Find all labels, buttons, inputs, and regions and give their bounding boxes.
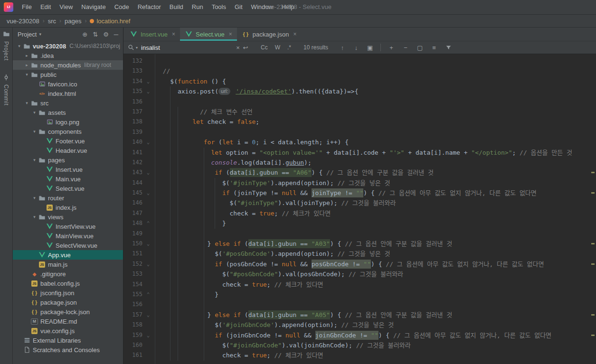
code-line-152[interactable]: if (posGbnCode != null && posGbnCode != … <box>155 259 590 269</box>
fold-end-icon[interactable]: ⌃ <box>142 289 154 299</box>
close-tab-icon[interactable]: × <box>229 31 232 37</box>
code-line-144[interactable]: $('#joinType').append(option); // 그것을 넣은… <box>155 178 590 188</box>
tree-item-mainview-vue[interactable]: MainView.vue <box>13 231 123 241</box>
code-line-159[interactable]: if (joinGbnCode != null && joinGbnCode !… <box>155 330 590 340</box>
tab-package-json[interactable]: { }package.json× <box>237 28 302 41</box>
code-line-132[interactable] <box>155 56 590 66</box>
fold-collapse-icon[interactable]: ⌄ <box>142 188 154 198</box>
regex-toggle[interactable]: .* <box>287 44 291 51</box>
code-line-140[interactable]: for (let i = 0; i < data.length; i++) { <box>155 137 590 147</box>
code-line-148[interactable]: } <box>155 218 590 228</box>
fold-collapse-icon[interactable]: ⌄ <box>142 239 154 249</box>
search-options-icon[interactable]: ≡ <box>430 44 438 51</box>
code-line-145[interactable]: if (joinType != null && joinType != "") … <box>155 188 590 198</box>
fold-collapse-icon[interactable]: ⌄ <box>142 76 154 86</box>
select-all-occurrences-icon[interactable]: ▢ <box>416 44 424 51</box>
chevron-expanded-icon[interactable]: ▾ <box>31 110 38 115</box>
tree-item-insertview-vue[interactable]: InsertView.vue <box>13 222 123 231</box>
code-line-151[interactable]: $('#posGbnCode').append(option); // 그것을 … <box>155 249 590 259</box>
next-match-icon[interactable]: ↓ <box>352 44 360 51</box>
chevron-expanded-icon[interactable]: ▾ <box>23 72 30 77</box>
code-line-134[interactable]: $(function () { <box>155 76 590 86</box>
tree-item-app-vue[interactable]: App.vue <box>13 250 123 260</box>
tree-item-idea[interactable]: ▸.idea <box>13 51 123 60</box>
match-case-toggle[interactable]: Cc <box>261 44 268 51</box>
code-line-143[interactable]: if (data[i].gubun == "A06") { // 그 옵션 안에… <box>155 168 590 177</box>
tree-item-external-libraries[interactable]: External Libraries <box>13 336 123 345</box>
tree-item-header-vue[interactable]: Header.vue <box>13 146 123 155</box>
tab-select-vue[interactable]: Select.vue× <box>180 28 237 41</box>
tree-item-node-modules[interactable]: ▸node_moduleslibrary root <box>13 60 123 70</box>
tree-item-selectview-vue[interactable]: SelectView.vue <box>13 241 123 250</box>
previous-match-icon[interactable]: ↑ <box>339 44 346 51</box>
project-panel-title[interactable]: Project <box>18 31 37 38</box>
chevron-down-icon[interactable]: ▾ <box>39 32 41 37</box>
code-line-149[interactable] <box>155 229 590 239</box>
tree-item-select-vue[interactable]: Select.vue <box>13 184 123 193</box>
breadcrumb-item-src[interactable]: src <box>48 18 56 25</box>
search-input[interactable]: insalist <box>141 44 234 51</box>
menu-build[interactable]: Build <box>165 0 188 14</box>
chevron-collapsed-icon[interactable]: ▸ <box>23 53 30 58</box>
fold-end-icon[interactable]: ⌃ <box>142 218 154 228</box>
tree-item-main-vue[interactable]: Main.vue <box>13 174 123 184</box>
tree-item-gitignore[interactable]: ◆.gitignore <box>13 269 123 279</box>
tree-item-main-js[interactable]: JSmain.js <box>13 260 123 269</box>
tree-item-pages[interactable]: ▾pages <box>13 155 123 165</box>
error-stripe[interactable] <box>590 54 596 364</box>
code-line-141[interactable]: let option = "<option value='" + data[i]… <box>155 148 590 158</box>
tree-item-jsconfig-json[interactable]: { }jsconfig.json <box>13 288 123 298</box>
open-in-find-window-icon[interactable]: ▣ <box>366 44 374 51</box>
chevron-expanded-icon[interactable]: ▾ <box>31 215 38 219</box>
fold-collapse-icon[interactable]: ⌄ <box>142 137 154 147</box>
tool-stripe-project-button[interactable]: Project <box>3 30 10 61</box>
whole-words-toggle[interactable]: W <box>275 44 280 51</box>
tree-item-public[interactable]: ▾public <box>13 70 123 79</box>
fold-collapse-icon[interactable]: ⌄ <box>142 310 154 320</box>
fold-collapse-icon[interactable]: ⌄ <box>142 330 154 340</box>
search-history-caret-icon[interactable]: ▾ <box>136 46 138 50</box>
search-icon[interactable] <box>127 44 135 51</box>
tree-item-footer-vue[interactable]: Footer.vue <box>13 136 123 146</box>
code-line-147[interactable]: check = true; // 체크가 있다면 <box>155 208 590 218</box>
menu-file[interactable]: File <box>18 0 36 14</box>
code-line-158[interactable]: $('#joinGbnCode').append(option); // 그것을… <box>155 320 590 330</box>
close-tab-icon[interactable]: × <box>293 31 296 37</box>
chevron-expanded-icon[interactable]: ▾ <box>31 158 38 162</box>
tree-item-readme-md[interactable]: MREADME.md <box>13 317 123 326</box>
menu-edit[interactable]: Edit <box>36 0 55 14</box>
tree-item-vue-config-js[interactable]: JSvue.config.js <box>13 326 123 336</box>
code-line-135[interactable]: axios.post(url: '/insa/codeSet').then(({… <box>155 86 590 96</box>
tree-item-index-js[interactable]: JSindex.js <box>13 203 123 212</box>
code-line-155[interactable]: } <box>155 289 590 299</box>
fold-collapse-icon[interactable]: ⌄ <box>142 259 154 269</box>
code-line-154[interactable]: check = true; // 체크가 있다면 <box>155 280 590 289</box>
menu-git[interactable]: Git <box>230 0 247 14</box>
menu-run[interactable]: Run <box>188 0 208 14</box>
tree-item-views[interactable]: ▾views <box>13 212 123 222</box>
tool-stripe-commit-button[interactable]: Commit <box>3 74 9 105</box>
filter-search-results-icon[interactable] <box>445 44 452 51</box>
tree-item-favicon-ico[interactable]: favicon.ico <box>13 79 123 89</box>
chevron-expanded-icon[interactable]: ▾ <box>31 196 38 200</box>
add-occurrence-icon[interactable]: + <box>388 44 395 51</box>
breadcrumb-item-pages[interactable]: pages <box>65 18 81 25</box>
menu-navigate[interactable]: Navigate <box>77 0 110 14</box>
tree-item-assets[interactable]: ▾assets <box>13 108 123 117</box>
breadcrumb-element[interactable]: location.href <box>90 18 130 25</box>
close-tab-icon[interactable]: × <box>172 31 175 37</box>
menu-tools[interactable]: Tools <box>208 0 230 14</box>
settings-gear-icon[interactable]: ⚙ <box>103 31 109 38</box>
breadcrumb-item-vue-230208[interactable]: vue-230208 <box>7 18 39 25</box>
tree-item-router[interactable]: ▾router <box>13 193 123 203</box>
code-line-142[interactable]: console.log(data[i].gubun); <box>155 158 590 168</box>
clear-search-icon[interactable]: × <box>234 44 242 51</box>
tree-item-src[interactable]: ▾src <box>13 98 123 108</box>
fold-collapse-icon[interactable]: ⌄ <box>142 168 154 177</box>
fold-collapse-icon[interactable]: ⌄ <box>142 86 154 96</box>
menu-code[interactable]: Code <box>110 0 133 14</box>
expand-collapse-icon[interactable]: ⇅ <box>93 31 98 38</box>
code-line-136[interactable] <box>155 97 590 107</box>
code-line-156[interactable] <box>155 299 590 309</box>
code-line-133[interactable]: // <box>155 66 590 76</box>
